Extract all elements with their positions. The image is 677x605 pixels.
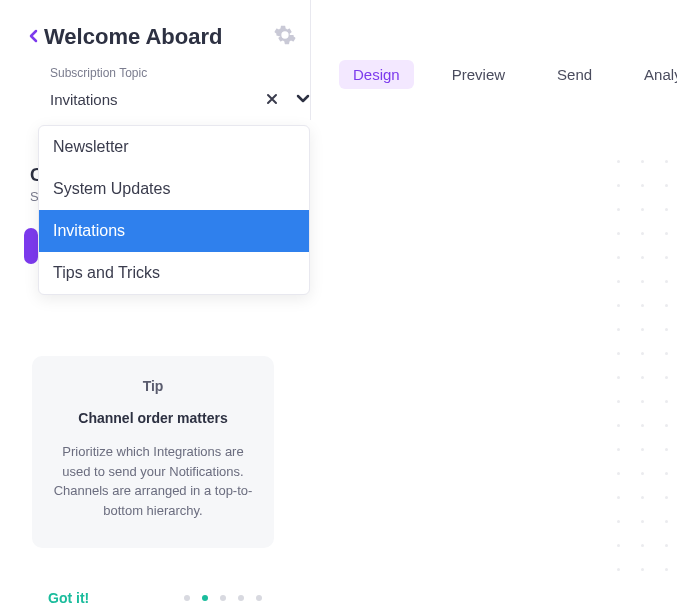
pagination-dot[interactable] [184,595,190,601]
tip-body: Prioritize which Integrations are used t… [48,442,258,520]
tip-title: Channel order matters [48,410,258,426]
subscription-topic-label: Subscription Topic [50,66,310,80]
decorative-dots [607,160,677,590]
tab-preview[interactable]: Preview [438,60,519,89]
gear-icon[interactable] [274,24,296,50]
chevron-down-icon[interactable] [296,90,310,108]
dropdown-option[interactable]: Invitations [39,210,309,252]
pagination-dot[interactable] [256,595,262,601]
clear-icon[interactable] [266,90,278,108]
tab-analytics[interactable]: Analytics [630,60,677,89]
dropdown-option[interactable]: Tips and Tricks [39,252,309,294]
page-title: Welcome Aboard [44,24,222,50]
tab-design[interactable]: Design [339,60,414,89]
subscription-topic-dropdown[interactable]: Invitations [50,90,310,108]
tip-label: Tip [48,378,258,394]
tabs-nav: DesignPreviewSendAnalytics [310,0,677,120]
dropdown-option[interactable]: System Updates [39,168,309,210]
tip-card: Tip Channel order matters Prioritize whi… [32,356,274,548]
tip-pagination-dots [184,595,262,601]
obscured-step-pill [24,228,38,264]
subscription-dropdown-list: NewsletterSystem UpdatesInvitationsTips … [38,125,310,295]
back-chevron-icon[interactable] [28,27,38,48]
got-it-button[interactable]: Got it! [48,590,89,605]
pagination-dot[interactable] [220,595,226,601]
dropdown-option[interactable]: Newsletter [39,126,309,168]
tab-send[interactable]: Send [543,60,606,89]
dropdown-selected-value: Invitations [50,91,118,108]
pagination-dot[interactable] [238,595,244,601]
pagination-dot[interactable] [202,595,208,601]
